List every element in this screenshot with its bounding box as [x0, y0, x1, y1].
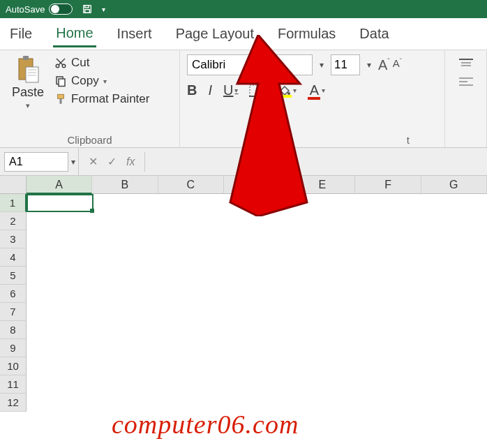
- watermark-text: computer06.com: [112, 409, 299, 440]
- increase-font-icon[interactable]: Aˆ: [378, 57, 390, 73]
- italic-button[interactable]: I: [208, 82, 212, 98]
- paste-button[interactable]: Paste ▾: [7, 54, 49, 133]
- chevron-down-icon[interactable]: ▾: [26, 101, 30, 110]
- scissors-icon: [54, 57, 67, 69]
- clipboard-group: Paste ▾ Cut Copy ▾ Format Painter C: [0, 50, 180, 147]
- formula-bar: ▾ ✕ ✓ fx: [0, 148, 487, 176]
- row-header[interactable]: 7: [0, 303, 27, 321]
- font-color-button[interactable]: A ▾: [308, 82, 325, 98]
- svg-rect-16: [60, 98, 62, 104]
- cut-label: Cut: [71, 56, 89, 70]
- row-header[interactable]: 2: [0, 212, 27, 230]
- row-header[interactable]: 3: [0, 230, 27, 248]
- copy-label: Copy: [71, 74, 99, 88]
- insert-function-icon[interactable]: fx: [126, 156, 135, 168]
- fill-color-button[interactable]: ▾: [278, 84, 297, 98]
- row-header[interactable]: 10: [0, 357, 27, 375]
- column-header[interactable]: A: [27, 176, 92, 194]
- row-header[interactable]: 5: [0, 267, 27, 285]
- paste-label: Paste: [12, 85, 44, 100]
- svg-rect-17: [250, 85, 261, 96]
- row-header[interactable]: 1: [0, 194, 27, 212]
- column-header[interactable]: C: [158, 176, 224, 194]
- decrease-font-icon[interactable]: Aˇ: [393, 57, 402, 73]
- row-header[interactable]: 12: [0, 394, 27, 412]
- font-name-dropdown-icon[interactable]: ▾: [317, 60, 327, 70]
- name-box-dropdown-icon[interactable]: ▾: [68, 157, 78, 167]
- tab-data[interactable]: Data: [357, 22, 391, 46]
- tab-file[interactable]: File: [7, 22, 35, 46]
- clipboard-group-label: Clipboard: [7, 133, 172, 146]
- cut-button[interactable]: Cut: [54, 56, 149, 70]
- formula-input[interactable]: [144, 152, 487, 172]
- cells-area[interactable]: [27, 194, 487, 427]
- save-icon[interactable]: [80, 1, 95, 17]
- autosave-control[interactable]: AutoSave: [6, 3, 73, 15]
- svg-rect-1: [85, 6, 89, 8]
- svg-rect-5: [26, 67, 38, 82]
- row-header[interactable]: 9: [0, 339, 27, 357]
- underline-button[interactable]: U▾: [223, 82, 238, 98]
- paste-icon: [16, 54, 40, 84]
- format-painter-label: Format Painter: [71, 92, 149, 106]
- format-painter-button[interactable]: Format Painter: [54, 92, 149, 106]
- ribbon-tabs: File Home Insert Page Layout Formulas Da…: [0, 18, 487, 50]
- column-header[interactable]: G: [421, 176, 487, 194]
- tab-formulas[interactable]: Formulas: [275, 22, 338, 46]
- row-header[interactable]: 4: [0, 248, 27, 267]
- svg-rect-15: [58, 94, 64, 98]
- column-headers: A B C D E F G: [27, 176, 487, 194]
- copy-icon: [54, 75, 67, 87]
- border-icon: [249, 84, 262, 97]
- qat-dropdown-icon[interactable]: ▾: [102, 6, 105, 13]
- select-all-corner[interactable]: [0, 176, 27, 194]
- svg-rect-4: [23, 56, 29, 60]
- column-header[interactable]: B: [92, 176, 158, 194]
- name-box[interactable]: [4, 152, 68, 172]
- column-header[interactable]: F: [355, 176, 421, 194]
- bold-button[interactable]: B: [187, 82, 197, 98]
- paintbrush-icon: [54, 93, 67, 105]
- autosave-label: AutoSave: [6, 4, 45, 15]
- tab-insert[interactable]: Insert: [114, 22, 155, 46]
- autosave-toggle[interactable]: [49, 3, 73, 15]
- copy-button[interactable]: Copy ▾: [54, 74, 149, 88]
- align-left-icon[interactable]: [459, 77, 473, 87]
- svg-rect-14: [59, 79, 65, 87]
- font-name-input[interactable]: [187, 54, 313, 75]
- ribbon: Paste ▾ Cut Copy ▾ Format Painter C: [0, 50, 487, 148]
- font-group: ▾ ▾ Aˆ Aˇ B I U▾ ▾ ▾: [180, 50, 445, 147]
- row-header[interactable]: 6: [0, 285, 27, 303]
- cancel-formula-icon[interactable]: ✕: [89, 155, 98, 168]
- tab-home[interactable]: Home: [53, 21, 96, 47]
- font-size-dropdown-icon[interactable]: ▾: [364, 60, 374, 70]
- active-cell[interactable]: [27, 194, 93, 212]
- column-header[interactable]: D: [224, 176, 290, 194]
- svg-rect-2: [85, 10, 90, 13]
- worksheet-grid: A B C D E F G 1 2 3 4 5 6 7 8 9 10 11 12: [0, 176, 487, 427]
- border-button[interactable]: ▾: [249, 84, 267, 97]
- column-header[interactable]: E: [290, 176, 355, 194]
- row-header[interactable]: 8: [0, 321, 27, 339]
- font-size-input[interactable]: [331, 54, 360, 75]
- row-header[interactable]: 11: [0, 375, 27, 394]
- alignment-group: [445, 50, 487, 147]
- title-bar: AutoSave ▾: [0, 0, 487, 18]
- enter-formula-icon[interactable]: ✓: [107, 155, 117, 168]
- align-top-icon[interactable]: [459, 59, 473, 68]
- tab-page-layout[interactable]: Page Layout: [173, 22, 257, 46]
- row-headers: 1 2 3 4 5 6 7 8 9 10 11 12: [0, 194, 27, 412]
- font-group-label-partial: t: [187, 133, 437, 146]
